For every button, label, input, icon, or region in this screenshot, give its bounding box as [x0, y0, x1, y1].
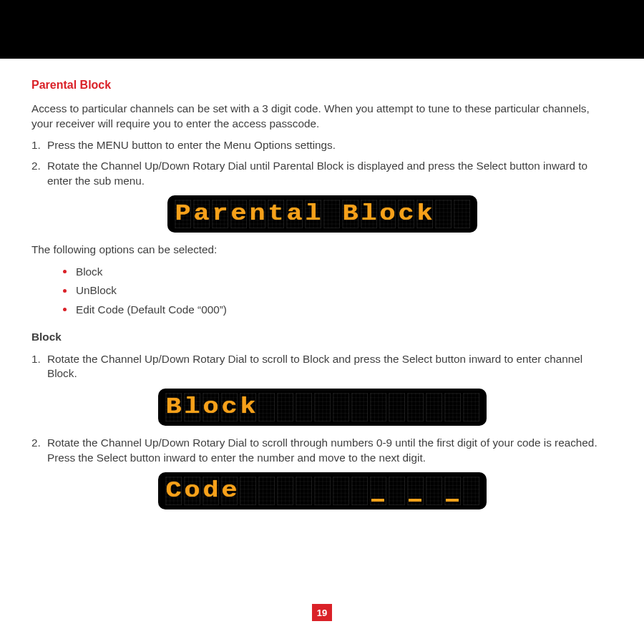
step-item: Rotate the Channel Up/Down Rotary Dial t… [31, 352, 613, 381]
led-cell: c [221, 393, 238, 421]
led-cell [277, 477, 293, 505]
led-display-block: Block [31, 389, 613, 426]
led-cell: a [193, 200, 210, 228]
page-footer: 19 [0, 590, 644, 644]
header-bar [0, 0, 644, 59]
led-cell [258, 393, 275, 421]
led-cell [463, 477, 479, 505]
led-cell [323, 200, 340, 228]
step-item: Rotate the Channel Up/Down Rotary Dial u… [31, 159, 613, 188]
led-cell: B [342, 200, 358, 228]
led-cell [407, 477, 424, 505]
led-cell [444, 393, 461, 421]
led-cell: l [361, 200, 377, 228]
led-cell [258, 477, 275, 505]
led-cell [240, 477, 256, 505]
led-cell [389, 393, 405, 421]
led-cell: a [286, 200, 303, 228]
led-cell: B [165, 393, 182, 421]
led-cell: o [379, 200, 396, 228]
led-cell: d [203, 477, 219, 505]
page-title: Parental Block [31, 79, 613, 92]
led-display-code: Code [31, 472, 613, 509]
bullet-item: Block [63, 265, 613, 280]
led-cell [426, 393, 442, 421]
intro-paragraph: Access to particular channels can be set… [31, 102, 613, 131]
led-cell: k [416, 200, 433, 228]
page-content: Parental Block Access to particular chan… [0, 59, 644, 590]
step-item: Rotate the Channel Up/Down Rotary Dial t… [31, 436, 613, 465]
led-display-parental-block: ParentalBlock [31, 195, 613, 233]
options-intro: The following options can be selected: [31, 243, 613, 258]
led-cell [333, 477, 349, 505]
options-bullets: Block UnBlock Edit Code (Default Code “0… [31, 265, 613, 318]
page-number: 19 [312, 604, 332, 621]
led-cell [407, 393, 424, 421]
led-cell [426, 477, 442, 505]
led-cell [314, 477, 331, 505]
led-cell [351, 477, 368, 505]
led-cell: l [184, 393, 200, 421]
led-cell: r [212, 200, 228, 228]
led-cell [435, 200, 452, 228]
led-cell: t [268, 200, 284, 228]
led-cell [351, 393, 368, 421]
led-cell: l [305, 200, 321, 228]
subhead-block: Block [31, 331, 613, 343]
bullet-item: UnBlock [63, 283, 613, 298]
led-cell [296, 477, 312, 505]
led-cell [333, 393, 349, 421]
led-cell: o [184, 477, 200, 505]
led-cell: n [249, 200, 265, 228]
bullet-item: Edit Code (Default Code “000”) [63, 303, 613, 318]
led-cell: e [221, 477, 238, 505]
led-cell [277, 393, 293, 421]
step-item: Press the MENU button to enter the Menu … [31, 138, 613, 153]
led-cell [389, 477, 405, 505]
led-cell [314, 393, 331, 421]
steps-block-list-2: Rotate the Channel Up/Down Rotary Dial t… [31, 436, 613, 465]
led-cell [463, 393, 479, 421]
steps-intro-list: Press the MENU button to enter the Menu … [31, 138, 613, 188]
led-cell: P [175, 200, 191, 228]
led-cell [370, 393, 386, 421]
led-cell: e [230, 200, 247, 228]
led-cell [296, 393, 312, 421]
led-cell [444, 477, 461, 505]
led-cell: k [240, 393, 256, 421]
led-cell: c [398, 200, 414, 228]
led-cell: o [203, 393, 219, 421]
led-cell [454, 200, 470, 228]
steps-block-list: Rotate the Channel Up/Down Rotary Dial t… [31, 352, 613, 381]
led-cell: C [165, 477, 182, 505]
led-cell [370, 477, 386, 505]
